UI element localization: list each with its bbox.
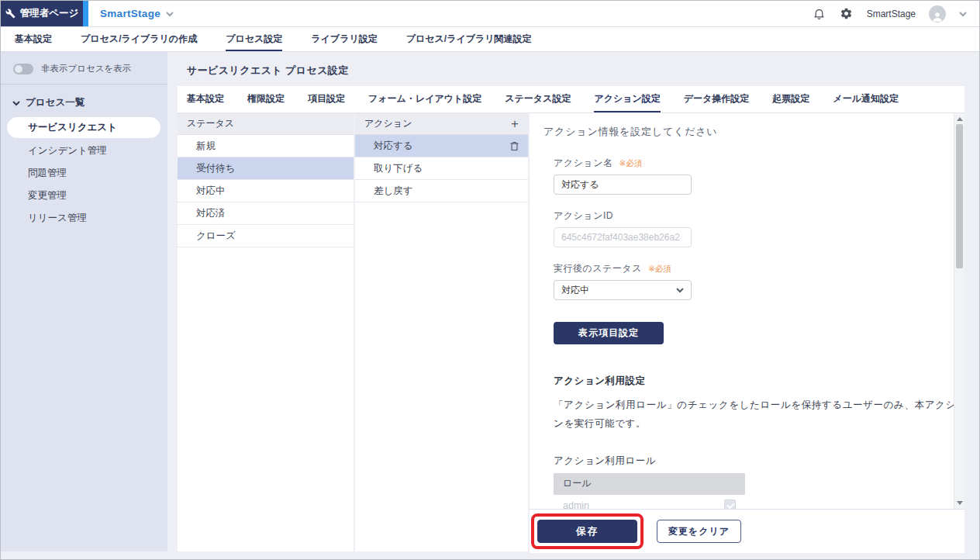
post-status-value: 対応中 xyxy=(561,284,589,297)
action-row-label: 対応する xyxy=(374,140,413,153)
status-row-new[interactable]: 新規 xyxy=(178,135,354,157)
action-column-header: アクション + xyxy=(355,113,528,135)
toggle-switch-off[interactable] xyxy=(13,64,33,74)
action-detail-panel: アクション情報を設定してください アクション名 ※必須 対応する xyxy=(530,113,964,553)
tab-mail-notification[interactable]: メール通知設定 xyxy=(833,86,899,112)
tab-basic[interactable]: 基本設定 xyxy=(187,86,224,112)
tab-item[interactable]: 項目設定 xyxy=(308,86,345,112)
process-list-label: プロセス一覧 xyxy=(26,96,85,109)
action-row-withdraw[interactable]: 取り下げる xyxy=(355,157,528,180)
chevron-down-icon xyxy=(676,286,684,294)
status-row-done[interactable]: 対応済 xyxy=(178,202,354,225)
action-column: アクション + 対応する 取り下げる 差し戻す xyxy=(355,113,528,551)
usage-description: 「アクション利用ロール」のチェックをしたロールを保持するユーザーのみ、本アクショ… xyxy=(554,396,964,434)
required-mark: ※必須 xyxy=(619,158,642,169)
required-mark: ※必須 xyxy=(648,264,671,275)
sidebar-item-service-request[interactable]: サービスリクエスト xyxy=(7,117,160,138)
gear-icon xyxy=(840,7,853,20)
process-settings-tabs: 基本設定 権限設定 項目設定 フォーム・レイアウト設定 ステータス設定 アクショ… xyxy=(178,86,964,113)
clear-changes-button[interactable]: 変更をクリア xyxy=(657,520,741,543)
admin-page-label: 管理者ページ xyxy=(20,7,79,20)
role-table-header: ロール xyxy=(554,473,745,495)
panel-footer: 保存 変更をクリア xyxy=(530,509,964,553)
content-row: ステータス 新規 受付待ち 対応中 対応済 クローズ アクション + 対応する xyxy=(178,113,964,553)
chevron-down-icon xyxy=(166,10,174,18)
vertical-scrollbar[interactable] xyxy=(954,113,964,509)
layout: 非表示プロセスを表示 プロセス一覧 サービスリクエスト インシデント管理 問題管… xyxy=(1,52,979,559)
user-icon xyxy=(931,10,944,22)
action-id-label: アクションID xyxy=(554,209,613,223)
usage-section: アクション利用設定 「アクション利用ロール」のチェックをしたロールを保持するユー… xyxy=(554,375,940,434)
process-list-section[interactable]: プロセス一覧 xyxy=(1,85,167,117)
role-name: admin xyxy=(563,500,589,509)
chevron-down-icon[interactable] xyxy=(959,10,967,18)
role-list-label: アクション利用ロール xyxy=(554,455,940,468)
post-status-label: 実行後のステータス xyxy=(554,262,642,275)
chevron-down-icon xyxy=(12,99,20,107)
hidden-process-toggle[interactable]: 非表示プロセスを表示 xyxy=(1,61,167,85)
display-items-row: 表示項目設定 xyxy=(554,322,940,344)
tab-form-layout[interactable]: フォーム・レイアウト設定 xyxy=(368,86,481,112)
avatar[interactable] xyxy=(929,5,946,22)
delete-action-button[interactable] xyxy=(509,140,520,152)
add-action-button[interactable]: + xyxy=(511,117,519,130)
notifications-button[interactable] xyxy=(813,7,826,21)
brand-name: SmartStage xyxy=(100,8,160,19)
post-status-select[interactable]: 対応中 xyxy=(554,280,692,300)
bell-icon xyxy=(813,7,826,20)
sidebar-item-release[interactable]: リリース管理 xyxy=(1,207,167,230)
tab-data-operation[interactable]: データ操作設定 xyxy=(684,86,750,112)
scrollbar-thumb[interactable] xyxy=(956,124,963,268)
save-highlight-annotation: 保存 xyxy=(531,513,644,549)
scroll-down-arrow-icon[interactable] xyxy=(957,501,963,505)
top-right-controls: SmartStage xyxy=(813,1,979,26)
action-header-label: アクション xyxy=(364,117,412,130)
post-status-field: 実行後のステータス ※必須 対応中 xyxy=(554,262,940,300)
status-column: ステータス 新規 受付待ち 対応中 対応済 クローズ xyxy=(178,113,354,551)
gnav-item-library-settings[interactable]: ライブラリ設定 xyxy=(311,27,377,51)
usage-title: アクション利用設定 xyxy=(554,375,940,388)
action-name-field: アクション名 ※必須 対応する xyxy=(554,157,940,195)
top-bar: 管理者ページ SmartStage SmartStage xyxy=(1,1,979,27)
display-items-button[interactable]: 表示項目設定 xyxy=(554,322,664,344)
trash-icon xyxy=(509,140,520,152)
status-row-in-progress[interactable]: 対応中 xyxy=(178,180,354,202)
settings-button[interactable] xyxy=(840,7,854,21)
sidebar-item-problem[interactable]: 問題管理 xyxy=(1,162,167,185)
sidebar: 非表示プロセスを表示 プロセス一覧 サービスリクエスト インシデント管理 問題管… xyxy=(1,52,167,551)
action-row-return[interactable]: 差し戻す xyxy=(355,180,528,202)
panel-heading: アクション情報を設定してください xyxy=(543,125,940,139)
role-row-admin: admin xyxy=(554,495,745,509)
status-header-label: ステータス xyxy=(187,117,234,130)
action-id-field: アクションID 645c4672faf403ae38eb26a2 xyxy=(554,209,940,247)
status-row-closed[interactable]: クローズ xyxy=(178,225,354,247)
app-window: 管理者ページ SmartStage SmartStage 基本設定 プロセ xyxy=(0,0,980,560)
gnav-item-process-library-create[interactable]: プロセス/ライブラリの作成 xyxy=(81,27,197,51)
scroll-up-arrow-icon[interactable] xyxy=(957,117,963,121)
tab-action[interactable]: アクション設定 xyxy=(594,86,660,112)
action-row-respond[interactable]: 対応する xyxy=(355,135,528,157)
gnav-item-process-library-relation[interactable]: プロセス/ライブラリ関連設定 xyxy=(406,27,532,51)
sidebar-item-incident[interactable]: インシデント管理 xyxy=(1,140,167,162)
tab-permission[interactable]: 権限設定 xyxy=(247,86,285,112)
action-name-label: アクション名 xyxy=(554,157,612,170)
gnav-item-basic-settings[interactable]: 基本設定 xyxy=(15,27,52,51)
panel-scroll-region: アクション情報を設定してください アクション名 ※必須 対応する xyxy=(530,113,964,509)
role-checkbox-admin xyxy=(724,500,736,509)
sidebar-item-change[interactable]: 変更管理 xyxy=(1,185,167,207)
status-column-header: ステータス xyxy=(178,113,354,135)
page-title: サービスリクエスト プロセス設定 xyxy=(187,64,964,78)
wrench-icon xyxy=(5,9,16,19)
tab-ticket[interactable]: 起票設定 xyxy=(772,86,809,112)
tab-status[interactable]: ステータス設定 xyxy=(505,86,571,112)
brand-selector[interactable]: SmartStage xyxy=(88,1,174,26)
toggle-label: 非表示プロセスを表示 xyxy=(41,63,131,74)
gnav-item-process-settings[interactable]: プロセス設定 xyxy=(226,27,282,51)
status-row-waiting[interactable]: 受付待ち xyxy=(178,157,354,180)
admin-page-badge: 管理者ページ xyxy=(1,1,83,26)
brand-accent-bar xyxy=(83,1,88,26)
global-nav: 基本設定 プロセス/ライブラリの作成 プロセス設定 ライブラリ設定 プロセス/ラ… xyxy=(1,27,979,52)
save-button[interactable]: 保存 xyxy=(537,520,637,543)
action-name-input[interactable]: 対応する xyxy=(554,175,692,195)
account-name: SmartStage xyxy=(867,9,916,19)
